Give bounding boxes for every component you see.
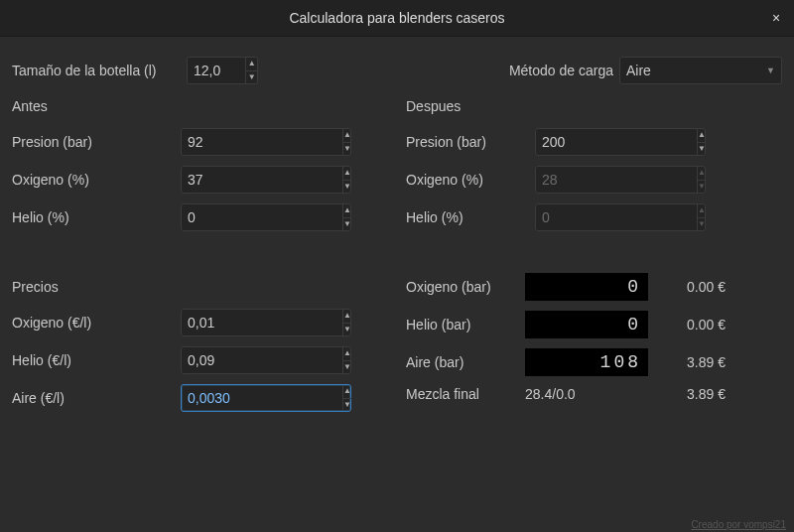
result-helium-row: Helio (bar) 0 0.00 €	[406, 311, 774, 338]
footer-credit: Creado por vompsi21	[691, 519, 786, 530]
after-helium-label: Helio (%)	[406, 209, 535, 225]
prices-column: Precios Oxigeno (€/l) ▲▼ Helio (€/l) ▲▼ …	[12, 273, 388, 422]
window-root: Calculadora para blenders caseros × Tama…	[0, 0, 794, 532]
result-oxygen-row: Oxigeno (bar) 0 0.00 €	[406, 273, 774, 301]
bottle-size-steps: ▲ ▼	[245, 58, 257, 83]
step-down-icon[interactable]: ▼	[343, 143, 351, 156]
close-icon: ×	[772, 10, 780, 26]
step-down-icon[interactable]: ▼	[246, 71, 257, 84]
after-pressure-stepper[interactable]: ▲▼	[535, 128, 706, 156]
result-helium-display: 0	[525, 311, 648, 338]
before-heading: Antes	[12, 98, 380, 114]
fill-method-dropdown[interactable]: Aire ▼	[619, 57, 782, 84]
before-after-columns: Antes Presion (bar) ▲▼ Oxigeno (%) ▲▼ He…	[12, 92, 782, 241]
step-down-icon[interactable]: ▼	[343, 324, 351, 336]
window-title: Calculadora para blenders caseros	[289, 10, 504, 26]
step-up-icon[interactable]: ▲	[698, 129, 706, 143]
step-up-icon[interactable]: ▲	[343, 167, 351, 181]
result-air-display: 108	[525, 348, 648, 376]
results-column: Oxigeno (bar) 0 0.00 € Helio (bar) 0 0.0…	[406, 273, 782, 422]
result-oxygen-label: Oxigeno (bar)	[406, 279, 525, 295]
before-pressure-stepper[interactable]: ▲▼	[181, 128, 351, 156]
step-up-icon[interactable]: ▲	[343, 347, 351, 361]
result-finalmix-row: Mezcla final 28.4/0.0 3.89 €	[406, 386, 774, 402]
after-oxygen-stepper: ▲▼	[535, 166, 706, 194]
result-finalmix-label: Mezcla final	[406, 386, 525, 402]
after-heading: Despues	[406, 98, 774, 114]
step-up-icon: ▲	[698, 167, 706, 181]
after-helium-stepper: ▲▼	[535, 203, 706, 231]
price-oxygen-label: Oxigeno (€/l)	[12, 315, 181, 331]
step-up-icon[interactable]: ▲	[343, 385, 351, 399]
step-up-icon[interactable]: ▲	[343, 129, 351, 143]
prices-heading: Precios	[12, 279, 380, 295]
before-oxygen-label: Oxigeno (%)	[12, 172, 181, 188]
after-oxygen-input	[536, 167, 697, 193]
fill-method-value: Aire	[626, 63, 651, 78]
result-finalmix-cost: 3.89 €	[644, 386, 726, 402]
step-down-icon[interactable]: ▼	[343, 181, 351, 194]
bottom-columns: Precios Oxigeno (€/l) ▲▼ Helio (€/l) ▲▼ …	[12, 273, 782, 422]
after-column: Despues Presion (bar) ▲▼ Oxigeno (%) ▲▼ …	[406, 92, 782, 241]
before-column: Antes Presion (bar) ▲▼ Oxigeno (%) ▲▼ He…	[12, 92, 388, 241]
price-air-stepper[interactable]: ▲▼	[181, 384, 351, 412]
result-finalmix-value: 28.4/0.0	[525, 386, 644, 402]
price-air-label: Aire (€/l)	[12, 390, 181, 406]
content-area: Tamaño de la botella (l) ▲ ▼ Método de c…	[0, 37, 794, 432]
fill-method-group: Método de carga Aire ▼	[509, 57, 782, 84]
price-helium-stepper[interactable]: ▲▼	[181, 346, 351, 374]
chevron-down-icon: ▼	[766, 66, 775, 75]
price-oxygen-input[interactable]	[182, 310, 342, 335]
fill-method-label: Método de carga	[509, 63, 613, 78]
after-helium-input	[536, 204, 697, 230]
before-oxygen-stepper[interactable]: ▲▼	[181, 166, 351, 194]
after-pressure-label: Presion (bar)	[406, 134, 535, 150]
before-pressure-input[interactable]	[182, 129, 342, 155]
after-pressure-input[interactable]	[536, 129, 697, 155]
bottle-size-input[interactable]	[188, 58, 245, 83]
price-helium-label: Helio (€/l)	[12, 352, 181, 368]
before-oxygen-input[interactable]	[182, 167, 342, 193]
bottle-size-label: Tamaño de la botella (l)	[12, 63, 181, 78]
bottle-size-stepper[interactable]: ▲ ▼	[187, 57, 258, 84]
titlebar: Calculadora para blenders caseros ×	[0, 0, 794, 37]
step-up-icon[interactable]: ▲	[246, 58, 257, 71]
result-air-cost: 3.89 €	[644, 354, 726, 370]
price-helium-input[interactable]	[182, 347, 342, 373]
step-down-icon[interactable]: ▼	[343, 361, 351, 374]
result-helium-cost: 0.00 €	[644, 317, 726, 332]
step-down-icon[interactable]: ▼	[343, 399, 351, 412]
result-air-row: Aire (bar) 108 3.89 €	[406, 348, 774, 376]
step-down-icon: ▼	[698, 181, 706, 194]
result-oxygen-cost: 0.00 €	[644, 279, 726, 295]
close-button[interactable]: ×	[764, 6, 788, 30]
step-down-icon[interactable]: ▼	[698, 143, 706, 156]
before-helium-label: Helio (%)	[12, 209, 181, 225]
before-helium-input[interactable]	[182, 204, 342, 230]
result-helium-label: Helio (bar)	[406, 317, 525, 332]
after-oxygen-label: Oxigeno (%)	[406, 172, 535, 188]
before-helium-stepper[interactable]: ▲▼	[181, 203, 351, 231]
step-up-icon[interactable]: ▲	[343, 204, 351, 218]
price-oxygen-stepper[interactable]: ▲▼	[181, 309, 351, 336]
before-pressure-label: Presion (bar)	[12, 134, 181, 150]
step-up-icon: ▲	[698, 204, 706, 218]
top-row: Tamaño de la botella (l) ▲ ▼ Método de c…	[12, 57, 782, 84]
price-air-input[interactable]	[182, 385, 342, 411]
result-air-label: Aire (bar)	[406, 354, 525, 370]
bottle-size-group: Tamaño de la botella (l) ▲ ▼	[12, 57, 258, 84]
result-oxygen-display: 0	[525, 273, 648, 301]
step-down-icon[interactable]: ▼	[343, 218, 351, 231]
step-up-icon[interactable]: ▲	[343, 310, 351, 324]
step-down-icon: ▼	[698, 218, 706, 231]
